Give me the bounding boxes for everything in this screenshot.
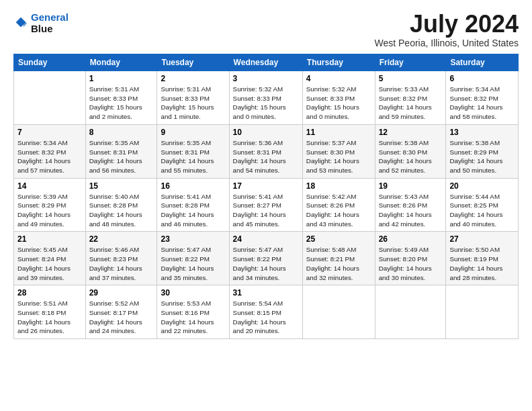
calendar-cell: 23Sunrise: 5:47 AMSunset: 8:22 PMDayligh…: [157, 232, 229, 285]
day-number: 8: [89, 128, 154, 137]
day-number: 26: [379, 234, 443, 244]
day-info: Sunrise: 5:35 AMSunset: 8:31 PMDaylight:…: [89, 138, 154, 175]
day-info: Sunrise: 5:36 AMSunset: 8:31 PMDaylight:…: [233, 138, 299, 175]
day-number: 4: [306, 74, 371, 83]
day-number: 20: [449, 181, 515, 191]
logo-general: General: [31, 11, 69, 23]
day-number: 19: [379, 181, 443, 191]
day-info: Sunrise: 5:43 AMSunset: 8:26 PMDaylight:…: [379, 192, 443, 229]
calendar-cell: 1Sunrise: 5:31 AMSunset: 8:33 PMDaylight…: [85, 71, 157, 125]
calendar-cell: 10Sunrise: 5:36 AMSunset: 8:31 PMDayligh…: [229, 124, 302, 178]
title-block: July 2024 West Peoria, Illinois, United …: [374, 12, 519, 48]
day-number: 23: [161, 234, 225, 244]
day-info: Sunrise: 5:47 AMSunset: 8:22 PMDaylight:…: [161, 245, 225, 282]
day-number: 11: [306, 128, 371, 137]
day-info: Sunrise: 5:37 AMSunset: 8:30 PMDaylight:…: [306, 138, 371, 175]
calendar-cell: 17Sunrise: 5:41 AMSunset: 8:27 PMDayligh…: [229, 178, 302, 232]
day-info: Sunrise: 5:44 AMSunset: 8:25 PMDaylight:…: [449, 192, 515, 229]
day-number: 12: [379, 128, 443, 137]
calendar-cell: 24Sunrise: 5:47 AMSunset: 8:22 PMDayligh…: [229, 232, 302, 285]
calendar-cell: 11Sunrise: 5:37 AMSunset: 8:30 PMDayligh…: [302, 124, 375, 178]
calendar-week-4: 21Sunrise: 5:45 AMSunset: 8:24 PMDayligh…: [14, 232, 519, 285]
day-info: Sunrise: 5:41 AMSunset: 8:28 PMDaylight:…: [161, 192, 225, 229]
day-info: Sunrise: 5:35 AMSunset: 8:31 PMDaylight:…: [161, 138, 225, 175]
day-info: Sunrise: 5:47 AMSunset: 8:22 PMDaylight:…: [233, 245, 299, 282]
day-number: 15: [89, 181, 154, 191]
day-number: 30: [161, 288, 225, 298]
col-header-monday: Monday: [85, 54, 157, 71]
calendar-cell: 25Sunrise: 5:48 AMSunset: 8:21 PMDayligh…: [302, 232, 375, 285]
calendar-cell: 27Sunrise: 5:50 AMSunset: 8:19 PMDayligh…: [446, 232, 519, 285]
col-header-thursday: Thursday: [302, 54, 375, 71]
col-header-sunday: Sunday: [14, 54, 86, 71]
logo-blue: Blue: [31, 23, 53, 34]
calendar-cell: 14Sunrise: 5:39 AMSunset: 8:29 PMDayligh…: [14, 178, 86, 232]
day-number: 5: [379, 74, 443, 83]
svg-marker-1: [24, 19, 27, 27]
day-info: Sunrise: 5:39 AMSunset: 8:29 PMDaylight:…: [17, 192, 82, 229]
day-number: 24: [233, 234, 299, 244]
calendar-cell: 30Sunrise: 5:53 AMSunset: 8:16 PMDayligh…: [157, 285, 229, 339]
day-info: Sunrise: 5:49 AMSunset: 8:20 PMDaylight:…: [379, 245, 443, 282]
calendar-cell: 20Sunrise: 5:44 AMSunset: 8:25 PMDayligh…: [446, 178, 519, 232]
day-number: 6: [449, 74, 515, 83]
calendar-week-3: 14Sunrise: 5:39 AMSunset: 8:29 PMDayligh…: [14, 178, 519, 232]
day-number: 25: [306, 234, 371, 244]
calendar-cell: 7Sunrise: 5:34 AMSunset: 8:32 PMDaylight…: [14, 124, 86, 178]
day-info: Sunrise: 5:53 AMSunset: 8:16 PMDaylight:…: [161, 299, 225, 336]
header: General Blue July 2024 West Peoria, Illi…: [13, 12, 519, 48]
day-info: Sunrise: 5:46 AMSunset: 8:23 PMDaylight:…: [89, 245, 154, 282]
calendar-cell: 9Sunrise: 5:35 AMSunset: 8:31 PMDaylight…: [157, 124, 229, 178]
calendar-cell: 4Sunrise: 5:32 AMSunset: 8:33 PMDaylight…: [302, 71, 375, 125]
day-info: Sunrise: 5:48 AMSunset: 8:21 PMDaylight:…: [306, 245, 371, 282]
day-number: 29: [89, 288, 154, 298]
calendar-cell: [14, 71, 86, 125]
day-info: Sunrise: 5:45 AMSunset: 8:24 PMDaylight:…: [17, 245, 82, 282]
day-number: 10: [233, 128, 299, 137]
calendar-cell: 29Sunrise: 5:52 AMSunset: 8:17 PMDayligh…: [85, 285, 157, 339]
calendar-cell: 16Sunrise: 5:41 AMSunset: 8:28 PMDayligh…: [157, 178, 229, 232]
calendar-cell: [302, 285, 375, 339]
location-title: West Peoria, Illinois, United States: [374, 38, 519, 48]
day-info: Sunrise: 5:31 AMSunset: 8:33 PMDaylight:…: [161, 85, 225, 122]
calendar-header-row: SundayMondayTuesdayWednesdayThursdayFrid…: [14, 54, 519, 71]
calendar-cell: 26Sunrise: 5:49 AMSunset: 8:20 PMDayligh…: [375, 232, 446, 285]
day-info: Sunrise: 5:54 AMSunset: 8:15 PMDaylight:…: [233, 299, 299, 336]
day-info: Sunrise: 5:50 AMSunset: 8:19 PMDaylight:…: [449, 245, 515, 282]
calendar-cell: 28Sunrise: 5:51 AMSunset: 8:18 PMDayligh…: [14, 285, 86, 339]
calendar-cell: 31Sunrise: 5:54 AMSunset: 8:15 PMDayligh…: [229, 285, 302, 339]
day-number: 28: [17, 288, 82, 298]
day-info: Sunrise: 5:31 AMSunset: 8:33 PMDaylight:…: [89, 85, 154, 122]
day-info: Sunrise: 5:42 AMSunset: 8:26 PMDaylight:…: [306, 192, 371, 229]
day-info: Sunrise: 5:33 AMSunset: 8:32 PMDaylight:…: [379, 85, 443, 122]
calendar-cell: 21Sunrise: 5:45 AMSunset: 8:24 PMDayligh…: [14, 232, 86, 285]
day-info: Sunrise: 5:38 AMSunset: 8:30 PMDaylight:…: [379, 138, 443, 175]
day-number: 13: [449, 128, 515, 137]
day-info: Sunrise: 5:34 AMSunset: 8:32 PMDaylight:…: [17, 138, 82, 175]
calendar-week-5: 28Sunrise: 5:51 AMSunset: 8:18 PMDayligh…: [14, 285, 519, 339]
day-info: Sunrise: 5:40 AMSunset: 8:28 PMDaylight:…: [89, 192, 154, 229]
calendar-cell: 22Sunrise: 5:46 AMSunset: 8:23 PMDayligh…: [85, 232, 157, 285]
calendar-cell: 12Sunrise: 5:38 AMSunset: 8:30 PMDayligh…: [375, 124, 446, 178]
day-number: 16: [161, 181, 225, 191]
page: General Blue July 2024 West Peoria, Illi…: [0, 0, 532, 411]
day-info: Sunrise: 5:38 AMSunset: 8:29 PMDaylight:…: [449, 138, 515, 175]
day-number: 22: [89, 234, 154, 244]
day-number: 7: [17, 128, 82, 137]
day-info: Sunrise: 5:32 AMSunset: 8:33 PMDaylight:…: [233, 85, 299, 122]
col-header-tuesday: Tuesday: [157, 54, 229, 71]
calendar-week-2: 7Sunrise: 5:34 AMSunset: 8:32 PMDaylight…: [14, 124, 519, 178]
calendar-week-1: 1Sunrise: 5:31 AMSunset: 8:33 PMDaylight…: [14, 71, 519, 125]
day-number: 1: [89, 74, 154, 83]
calendar-cell: 13Sunrise: 5:38 AMSunset: 8:29 PMDayligh…: [446, 124, 519, 178]
day-number: 3: [233, 74, 299, 83]
day-info: Sunrise: 5:34 AMSunset: 8:32 PMDaylight:…: [449, 85, 515, 122]
day-number: 27: [449, 234, 515, 244]
day-info: Sunrise: 5:51 AMSunset: 8:18 PMDaylight:…: [17, 299, 82, 336]
col-header-saturday: Saturday: [446, 54, 519, 71]
day-number: 14: [17, 181, 82, 191]
day-number: 17: [233, 181, 299, 191]
day-number: 31: [233, 288, 299, 298]
calendar-cell: 19Sunrise: 5:43 AMSunset: 8:26 PMDayligh…: [375, 178, 446, 232]
day-info: Sunrise: 5:52 AMSunset: 8:17 PMDaylight:…: [89, 299, 154, 336]
